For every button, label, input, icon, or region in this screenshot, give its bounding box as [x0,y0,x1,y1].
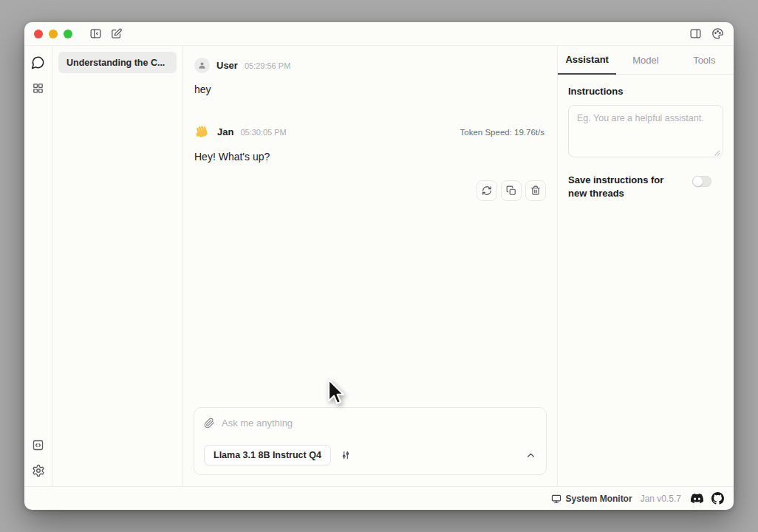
message-user: User 05:29:56 PM hey [194,58,546,97]
thread-list: Understanding the C... [52,46,183,486]
copy-button[interactable] [501,180,522,201]
waving-hand-icon [194,124,211,140]
chat-input-box: Llama 3.1 8B Instruct Q4 [194,407,547,475]
minimize-window-button[interactable] [49,30,58,38]
message-actions [194,180,546,201]
instructions-textarea[interactable] [568,105,723,157]
settings-gear-icon[interactable] [32,464,45,477]
message-text: Hey! What's up? [194,150,546,164]
thread-title: Understanding the C... [66,58,165,68]
delete-button[interactable] [525,180,546,201]
api-server-icon[interactable] [32,439,44,451]
close-window-button[interactable] [34,30,43,38]
model-selector-label: Llama 3.1 8B Instruct Q4 [214,450,321,460]
threads-nav-icon[interactable] [31,55,45,69]
icon-rail [24,46,52,486]
monitor-icon [551,494,561,504]
model-settings-sliders-icon[interactable] [335,445,356,466]
chat-panel: User 05:29:56 PM hey Jan 05:30:05 PM Tok… [183,46,558,486]
tab-tools[interactable]: Tools [675,46,734,75]
instructions-heading: Instructions [568,86,723,97]
maximize-window-button[interactable] [64,30,72,38]
theme-palette-icon[interactable] [711,27,724,40]
traffic-lights [34,30,72,38]
right-panel: Assistant Model Tools Instructions Save … [558,46,734,486]
message-list: User 05:29:56 PM hey Jan 05:30:05 PM Tok… [183,46,557,407]
tab-assistant[interactable]: Assistant [558,46,616,75]
new-thread-icon[interactable] [110,27,123,40]
toggle-left-panel-icon[interactable] [89,27,102,40]
attachment-paperclip-icon[interactable] [204,417,215,429]
resize-grip-icon[interactable] [714,149,720,156]
toggle-knob [693,177,703,186]
thread-list-item[interactable]: Understanding the C... [58,52,177,73]
model-selector-button[interactable]: Llama 3.1 8B Instruct Q4 [204,445,331,466]
app-window: Understanding the C... User 05:29:56 PM … [24,22,734,510]
message-author: Jan [217,126,233,137]
save-instructions-label: Save instructions for new threads [568,174,685,200]
message-assistant: Jan 05:30:05 PM Token Speed: 19.76t/s He… [194,124,546,164]
chat-message-input[interactable] [222,417,536,429]
github-icon[interactable] [711,492,724,505]
regenerate-button[interactable] [477,180,497,201]
chevron-up-icon[interactable] [525,450,536,461]
system-monitor-label: System Monitor [566,494,632,504]
save-instructions-toggle[interactable] [692,176,711,187]
token-speed-label: Token Speed: 19.76t/s [460,128,546,137]
status-bar: System Monitor Jan v0.5.7 [24,486,734,510]
app-version-label: Jan v0.5.7 [641,494,681,504]
message-timestamp: 05:29:56 PM [245,61,290,70]
titlebar [24,22,734,46]
discord-icon[interactable] [691,492,703,505]
message-timestamp: 05:30:05 PM [240,128,286,137]
message-text: hey [194,83,546,97]
hub-grid-icon[interactable] [32,82,44,95]
tab-model[interactable]: Model [616,46,675,75]
save-instructions-row: Save instructions for new threads [568,174,723,200]
user-avatar-icon [194,58,210,73]
system-monitor-button[interactable]: System Monitor [551,494,632,504]
message-author: User [216,60,238,71]
right-panel-tabs: Assistant Model Tools [558,46,734,75]
toggle-right-panel-icon[interactable] [689,27,702,40]
